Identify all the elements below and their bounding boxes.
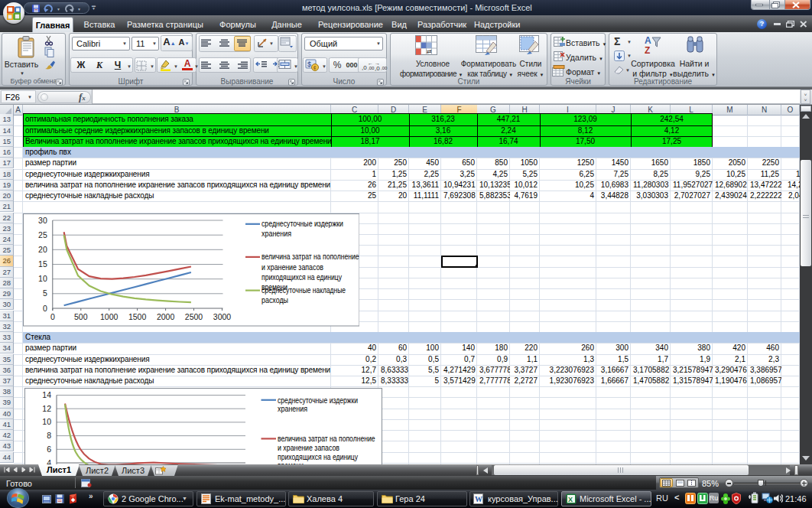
- svg-text:расходы: расходы: [261, 295, 288, 304]
- svg-text:приходящихся на единицу: приходящихся на единицу: [278, 451, 359, 461]
- svg-text:хранения: хранения: [278, 404, 307, 413]
- svg-text:,0: ,0: [375, 65, 380, 71]
- svg-text:среднесуточные издержки: среднесуточные издержки: [278, 395, 358, 404]
- svg-text:0: 0: [42, 304, 47, 313]
- svg-text:¢: ¢: [313, 65, 317, 70]
- svg-text:20: 20: [38, 245, 47, 254]
- svg-text:и хранение запасов: и хранение запасов: [261, 262, 323, 272]
- svg-text:1500: 1500: [128, 312, 146, 321]
- svg-text:хранения: хранения: [261, 229, 291, 238]
- svg-text:величина затрат на пополнение: величина затрат на пополнение: [278, 434, 375, 443]
- svg-text:8: 8: [47, 431, 51, 440]
- svg-text:500: 500: [74, 312, 88, 321]
- svg-text:←: ←: [368, 60, 373, 66]
- svg-text:10: 10: [42, 417, 51, 426]
- svg-text:,0: ,0: [362, 64, 367, 71]
- svg-text:0: 0: [50, 312, 54, 321]
- svg-text:приходящихся на единицу: приходящихся на единицу: [261, 272, 343, 282]
- svg-text:30: 30: [38, 216, 47, 225]
- svg-text:W: W: [475, 495, 482, 503]
- svg-text:величина затрат на пополнение: величина затрат на пополнение: [261, 252, 359, 261]
- svg-text:12: 12: [42, 403, 51, 412]
- svg-text:Z: Z: [645, 45, 650, 55]
- svg-text:1000: 1000: [100, 312, 119, 321]
- svg-text:14: 14: [42, 390, 51, 399]
- svg-text:X: X: [568, 496, 573, 503]
- svg-text:2000: 2000: [156, 312, 174, 321]
- svg-text:,00: ,00: [368, 66, 375, 70]
- svg-text:10: 10: [38, 274, 47, 283]
- svg-text:5: 5: [42, 288, 47, 298]
- svg-text:6: 6: [47, 444, 51, 453]
- svg-text:,00: ,00: [381, 66, 388, 70]
- svg-text:⇄: ⇄: [427, 48, 432, 55]
- svg-text:$: $: [307, 60, 311, 68]
- svg-text:3000: 3000: [213, 312, 231, 321]
- svg-text:и хранение запасов: и хранение запасов: [278, 443, 339, 452]
- svg-text:4: 4: [47, 458, 51, 464]
- svg-text:среднесуточные накладные: среднесуточные накладные: [261, 285, 346, 295]
- svg-text:25: 25: [38, 230, 47, 239]
- svg-text:15: 15: [38, 259, 47, 269]
- svg-text:2500: 2500: [184, 312, 203, 321]
- svg-text:среднесуточные издержки: среднесуточные издержки: [261, 219, 343, 228]
- svg-text:A: A: [645, 35, 651, 46]
